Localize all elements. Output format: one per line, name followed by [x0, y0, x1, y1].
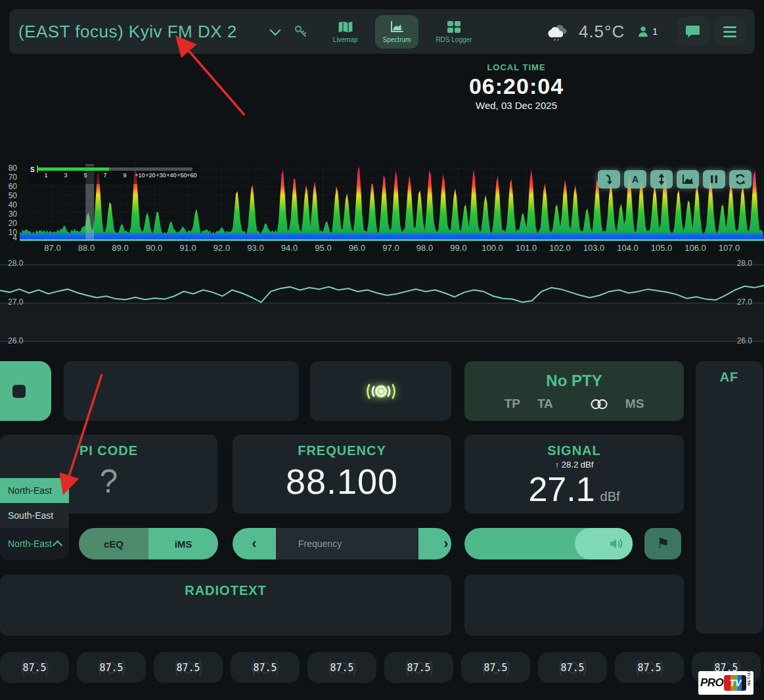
preset-button[interactable]: 87.5 [77, 652, 146, 683]
flag-icon: ⚑ [656, 535, 669, 552]
nav-livemap-label: Livemap [333, 36, 358, 43]
server-title[interactable]: (EAST focus) Kyiv FM DX 2 [18, 22, 237, 42]
spectrum-chart-icon [389, 20, 405, 33]
preset-button[interactable]: 87.5 [154, 652, 223, 683]
chevron-up-icon [53, 540, 63, 550]
spectrum-x-tick: 107.0 [719, 243, 740, 253]
frequency-down-button[interactable]: ‹ [233, 528, 276, 559]
frequency-input[interactable] [276, 528, 418, 559]
preset-button[interactable]: 87.5 [0, 652, 69, 683]
nav-spectrum-button[interactable]: Spectrum [375, 15, 419, 49]
ceq-button[interactable]: cEQ [79, 528, 148, 559]
spectrum-x-tick: 90.0 [146, 243, 162, 253]
spectrum-y-tick: 60 [0, 183, 17, 191]
nav-rds-logger-button[interactable]: RDS Logger [428, 15, 480, 49]
s-meter-tick: +30 [156, 172, 166, 179]
rds-logger-grid-icon [447, 20, 461, 33]
af-label: AF [696, 361, 763, 385]
header-nav: Livemap Spectrum RDS Logger [325, 15, 480, 49]
chat-button[interactable] [677, 17, 709, 46]
volume-handle[interactable] [575, 528, 633, 559]
spectrum-y-tick: 30 [0, 210, 17, 219]
s-meter-tick: 3 [64, 172, 67, 179]
spectrum-y-tick: 70 [0, 173, 17, 182]
spectrum-x-tick: 100.0 [482, 243, 503, 253]
spectrum-y-tick: 20 [0, 219, 17, 228]
s-meter-tick: +40 [166, 172, 176, 179]
antenna-select[interactable]: North-East [0, 528, 69, 559]
signal-axis-label: 28.0 [737, 259, 752, 268]
nav-livemap-button[interactable]: Livemap [325, 15, 366, 49]
key-icon[interactable] [294, 24, 308, 39]
af-list-panel: AF [696, 361, 763, 634]
logo-tv-icon: TV [724, 675, 746, 691]
s-meter-tick: 5 [83, 172, 87, 179]
spectrum-x-tick: 93.0 [247, 243, 263, 253]
signal-peak-value: 28.2 dBf [562, 460, 593, 470]
spectrum-x-tick: 101.0 [516, 243, 537, 253]
signal-axis-label: 27.0 [737, 297, 752, 307]
spectrum-x-tick: 94.0 [281, 243, 298, 253]
ims-button[interactable]: iMS [148, 528, 218, 559]
spectrum-y-tick: 40 [0, 201, 17, 209]
station-info-panel [464, 575, 684, 636]
s-meter-tick: +10 [135, 172, 145, 179]
s-meter-bar [37, 167, 192, 171]
s-meter: S 13579+10+20+30+40+50+60 [28, 165, 200, 184]
spectrum-y-tick: 4 [0, 234, 17, 242]
antenna-option[interactable]: South-East [0, 503, 69, 528]
refresh-button[interactable] [729, 170, 752, 188]
temperature-readout: 4.5°C [579, 22, 625, 42]
s-meter-label: S [30, 166, 35, 173]
frequency-up-button[interactable]: › [418, 528, 451, 559]
user-icon [637, 25, 650, 38]
preset-button[interactable]: 87.5 [231, 652, 300, 683]
signal-value: 27.1 [528, 470, 595, 509]
local-time-label: LOCAL TIME [407, 62, 625, 72]
s-meter-tick: 9 [123, 172, 126, 179]
s-meter-tick: +50 [177, 172, 187, 179]
preset-button[interactable]: 87.5 [384, 652, 453, 683]
ms-flag: MS [625, 397, 644, 411]
spectrum-x-tick: 89.0 [112, 243, 128, 253]
graph-mode-button[interactable] [677, 170, 699, 188]
spectrum-x-tick: 97.0 [382, 243, 399, 253]
preset-button[interactable]: 87.5 [615, 652, 684, 683]
pty-status-panel: No PTY TP TA MS [464, 361, 684, 421]
broadcast-signal-icon [359, 377, 403, 406]
spectrum-x-tick: 106.0 [685, 243, 706, 253]
radiotext-panel: RADIOTEXT [0, 575, 451, 636]
menu-button[interactable] [714, 17, 746, 46]
ukraine-flag-icon [244, 26, 262, 38]
header-bar: (EAST focus) Kyiv FM DX 2 Livemap Spectr… [9, 9, 755, 54]
weather-cloud-icon [547, 22, 572, 41]
spectrum-x-tick: 98.0 [416, 243, 433, 253]
stereo-icon [590, 399, 608, 410]
preset-button[interactable]: 87.5 [307, 652, 376, 683]
spectrum-x-tick: 91.0 [179, 243, 196, 253]
map-icon [338, 20, 353, 33]
frequency-label: FREQUENCY [233, 435, 451, 458]
pause-button[interactable] [703, 170, 725, 188]
chevron-down-icon[interactable] [269, 25, 281, 36]
frequency-panel: FREQUENCY 88.100 [233, 435, 451, 514]
stop-playback-button[interactable] [0, 361, 51, 421]
auto-scale-label: A [632, 174, 639, 185]
spectrum-x-tick: 102.0 [549, 243, 571, 253]
tp-flag: TP [505, 397, 520, 411]
tuning-indicator-panel [310, 361, 451, 421]
signal-axis-label: 28.0 [8, 259, 23, 268]
scroll-down-button[interactable] [598, 170, 620, 188]
spectrum-x-tick: 105.0 [651, 243, 673, 253]
protv-logo: PRO TV NET.UA [698, 671, 753, 695]
preset-button[interactable]: 87.5 [538, 652, 607, 683]
auto-scale-button[interactable]: A [624, 170, 646, 188]
logo-suffix-text: NET.UA [747, 680, 751, 686]
volume-slider[interactable] [464, 528, 633, 559]
s-meter-tick: 1 [44, 172, 47, 179]
antenna-option[interactable]: North-East [0, 478, 69, 503]
flag-button[interactable]: ⚑ [644, 528, 681, 559]
speaker-icon [609, 538, 623, 550]
preset-button[interactable]: 87.5 [461, 652, 530, 683]
vertical-zoom-button[interactable] [650, 170, 673, 188]
